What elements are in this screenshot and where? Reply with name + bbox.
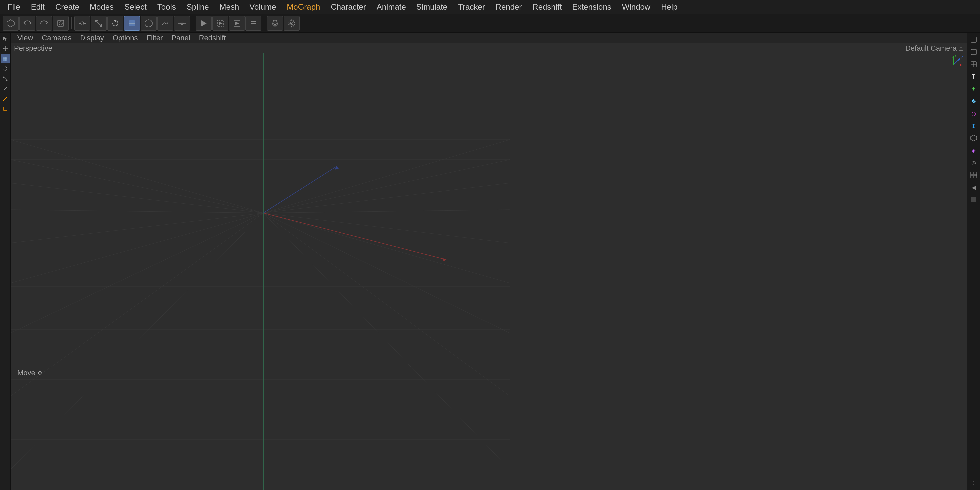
right-btn-text[interactable]: T (968, 71, 979, 82)
svg-marker-25 (235, 22, 239, 25)
toolbar-btn-preferences[interactable] (284, 16, 300, 30)
toolbar-btn-render-active[interactable] (229, 16, 245, 30)
right-btn-blue[interactable]: ❖ (968, 96, 979, 107)
toolbar-left-group (3, 16, 68, 30)
left-tool-rotate[interactable] (1, 64, 10, 73)
toolbar-btn-render-queue[interactable] (245, 16, 261, 30)
menu-select[interactable]: Select (120, 1, 151, 13)
svg-marker-80 (335, 166, 339, 170)
menu-file[interactable]: File (3, 1, 25, 13)
svg-line-53 (11, 210, 264, 213)
menu-volume[interactable]: Volume (245, 1, 281, 13)
left-tool-extra1[interactable] (1, 104, 10, 113)
svg-line-50 (11, 140, 264, 213)
svg-line-58 (11, 213, 264, 469)
right-btn-magenta[interactable]: ◈ (968, 145, 979, 156)
menu-create[interactable]: Create (51, 1, 84, 13)
viewport[interactable]: Perspective Default Camera ⬡ .grid-line … (11, 43, 967, 490)
sec-menu-view[interactable]: View (13, 33, 37, 43)
left-tool-paint[interactable] (1, 84, 10, 93)
right-btn-back[interactable]: ◀ (968, 182, 979, 193)
right-btn-clock[interactable]: ◷ (968, 157, 979, 168)
menu-edit[interactable]: Edit (26, 1, 49, 13)
toolbar-center-group (74, 16, 190, 30)
toolbar-btn-deform[interactable] (158, 16, 173, 30)
svg-marker-32 (3, 37, 6, 41)
toolbar-render-group (196, 16, 261, 30)
menu-animate[interactable]: Animate (372, 1, 410, 13)
svg-line-63 (264, 213, 510, 243)
menu-window[interactable]: Window (617, 1, 655, 13)
menu-simulate[interactable]: Simulate (412, 1, 452, 13)
sec-menu-display[interactable]: Display (76, 33, 108, 43)
svg-line-46 (4, 88, 6, 90)
left-tool-move[interactable] (1, 44, 10, 53)
toolbar-btn-rotate[interactable] (107, 16, 123, 30)
toolbar-btn-scale[interactable] (91, 16, 107, 30)
svg-marker-21 (201, 20, 207, 26)
toolbar-btn-object[interactable] (3, 16, 19, 30)
sec-menu-filter[interactable]: Filter (143, 33, 167, 43)
left-tool-select[interactable] (1, 34, 10, 43)
axis-indicator: Z Y X (943, 55, 963, 75)
toolbar-btn-redo[interactable] (36, 16, 52, 30)
toolbar-sep-1 (71, 17, 72, 29)
menu-extensions[interactable]: Extensions (568, 1, 616, 13)
svg-rect-100 (971, 176, 974, 178)
sec-menu-cameras[interactable]: Cameras (38, 33, 75, 43)
menu-render[interactable]: Render (491, 1, 527, 13)
left-tool-slice[interactable] (1, 94, 10, 103)
svg-text:Z: Z (961, 55, 963, 60)
menu-help[interactable]: Help (656, 1, 682, 13)
right-resize-handle[interactable]: ⋮ (968, 477, 979, 489)
svg-rect-91 (971, 37, 976, 42)
toolbar-btn-select-all[interactable] (141, 16, 157, 30)
right-btn-grid[interactable] (968, 169, 979, 181)
right-btn-gray2[interactable] (968, 194, 979, 205)
menu-mesh[interactable]: Mesh (215, 1, 244, 13)
svg-line-52 (11, 183, 264, 213)
viewport-wrapper: View Cameras Display Options Filter Pane… (11, 33, 967, 490)
toolbar-btn-render-view[interactable] (196, 16, 212, 30)
menu-modes[interactable]: Modes (85, 1, 118, 13)
menu-tracker[interactable]: Tracker (453, 1, 489, 13)
svg-rect-101 (974, 176, 977, 178)
right-btn-gray1[interactable] (968, 132, 979, 144)
svg-marker-37 (3, 48, 4, 49)
toolbar-btn-render-settings[interactable] (52, 16, 68, 30)
toolbar-btn-active-tool[interactable] (124, 16, 140, 30)
right-btn-teal[interactable]: ⊕ (968, 120, 979, 131)
right-btn-purple[interactable]: ⬡ (968, 108, 979, 119)
move-label: Move ✥ (17, 369, 42, 377)
svg-marker-81 (442, 258, 446, 261)
svg-rect-1 (57, 20, 64, 26)
menu-spline[interactable]: Spline (182, 1, 213, 13)
sec-menu-panel[interactable]: Panel (167, 33, 194, 43)
toolbar-btn-render-region[interactable] (212, 16, 228, 30)
menu-redshift[interactable]: Redshift (528, 1, 566, 13)
svg-rect-102 (971, 197, 976, 203)
svg-text:X: X (963, 62, 963, 67)
left-tool-scale[interactable] (1, 74, 10, 83)
svg-line-51 (11, 160, 264, 213)
sec-menu-options[interactable]: Options (109, 33, 142, 43)
svg-line-67 (264, 213, 510, 469)
sec-menu-redshift[interactable]: Redshift (195, 33, 230, 43)
svg-marker-35 (5, 46, 6, 47)
svg-point-47 (6, 86, 7, 88)
toolbar-btn-snap[interactable] (174, 16, 190, 30)
menu-mograph[interactable]: MoGraph (282, 1, 325, 13)
left-tool-active[interactable] (1, 54, 10, 63)
right-btn-3[interactable] (968, 59, 979, 70)
toolbar-btn-move[interactable] (74, 16, 90, 30)
svg-line-78 (264, 213, 446, 260)
svg-line-59 (264, 140, 510, 213)
menu-character[interactable]: Character (326, 1, 370, 13)
svg-marker-97 (971, 135, 977, 141)
toolbar-btn-undo[interactable] (19, 16, 35, 30)
right-btn-1[interactable] (968, 34, 979, 45)
right-btn-green[interactable]: ✦ (968, 83, 979, 94)
toolbar-btn-settings[interactable] (267, 16, 283, 30)
right-btn-2[interactable] (968, 46, 979, 57)
menu-tools[interactable]: Tools (153, 1, 181, 13)
